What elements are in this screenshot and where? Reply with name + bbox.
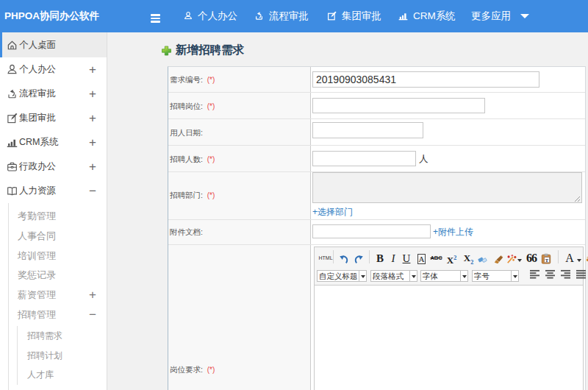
svg-text:T: T [545, 258, 549, 263]
